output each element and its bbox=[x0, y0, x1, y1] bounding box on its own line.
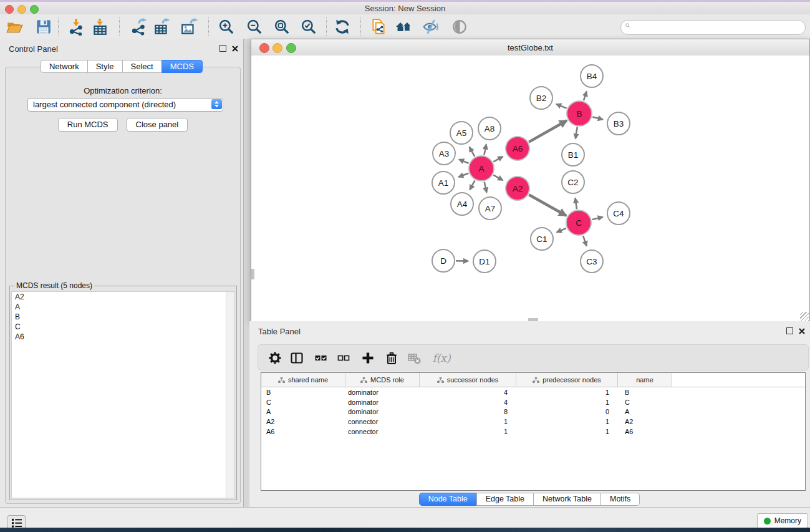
open-folder-button[interactable] bbox=[3, 16, 26, 38]
graph-edge-B-B2[interactable] bbox=[556, 104, 567, 109]
canvas-left-scrollnub[interactable] bbox=[251, 269, 254, 279]
mcds-result-list[interactable]: A2ABCA6 bbox=[11, 291, 235, 498]
memory-label: Memory bbox=[774, 516, 801, 525]
table-row[interactable]: Bdominator41B bbox=[261, 387, 805, 397]
run-mcds-button[interactable]: Run MCDS bbox=[58, 118, 118, 132]
graph-edge-A-A2[interactable] bbox=[493, 175, 503, 180]
tab-style[interactable]: Style bbox=[87, 60, 123, 73]
export-image-button[interactable] bbox=[178, 16, 200, 38]
toolbar-separator bbox=[119, 17, 120, 36]
fx-button: f(x) bbox=[433, 350, 450, 366]
table-cell: 1 bbox=[516, 389, 618, 396]
home-button[interactable] bbox=[393, 16, 415, 38]
list-icon bbox=[11, 518, 23, 528]
graph-edge-B-B1[interactable] bbox=[576, 127, 577, 139]
column-header-successor-nodes[interactable]: successor nodes bbox=[420, 373, 516, 387]
column-header-MCDS-role[interactable]: MCDS role bbox=[345, 373, 420, 387]
save-button[interactable] bbox=[32, 16, 55, 38]
zoom-fit-icon bbox=[273, 18, 291, 36]
mcds-result-item[interactable]: A2 bbox=[12, 292, 234, 302]
close-panel-icon[interactable] bbox=[232, 46, 238, 52]
table-cell: B bbox=[261, 389, 345, 396]
table-cell: 4 bbox=[420, 399, 516, 406]
table-cell: dominator bbox=[345, 399, 420, 406]
app-titlebar: Session: New Session bbox=[0, 2, 810, 15]
graph-edge-B-B4[interactable] bbox=[584, 92, 587, 100]
graph-edge-A-A6[interactable] bbox=[493, 157, 503, 162]
clone-network-button[interactable] bbox=[367, 16, 390, 38]
mcds-result-item[interactable]: C bbox=[12, 322, 234, 332]
graph-edge-A2-C[interactable] bbox=[529, 195, 566, 215]
graph-edge-C-C2[interactable] bbox=[576, 198, 577, 209]
graph-edge-A-A1[interactable] bbox=[458, 173, 468, 177]
column-header-shared-name[interactable]: shared name bbox=[261, 373, 345, 387]
graph-edge-C-C3[interactable] bbox=[583, 236, 587, 246]
column-header-predecessor-nodes[interactable]: predecessor nodes bbox=[516, 373, 618, 387]
window-resize-grip[interactable] bbox=[800, 312, 809, 321]
refresh-button[interactable] bbox=[331, 16, 354, 38]
deselect-all-button[interactable] bbox=[335, 350, 352, 366]
table-row[interactable]: Cdominator41C bbox=[261, 397, 805, 407]
tab-mcds[interactable]: MCDS bbox=[162, 60, 203, 73]
hide-eye-button[interactable] bbox=[420, 16, 442, 38]
criterion-select[interactable]: largest connected component (directed) bbox=[27, 98, 223, 112]
show-eye-button[interactable] bbox=[448, 16, 471, 38]
zoom-selected-button[interactable] bbox=[297, 16, 320, 38]
graph-edge-B-B3[interactable] bbox=[592, 117, 602, 119]
import-table-button[interactable] bbox=[89, 16, 111, 38]
tab-network-table[interactable]: Network Table bbox=[533, 493, 601, 506]
close-panel-button[interactable]: Close panel bbox=[127, 118, 188, 132]
mcds-list-scrollbar[interactable] bbox=[226, 292, 234, 498]
import-network-button[interactable] bbox=[65, 16, 87, 38]
network-window-titlebar[interactable]: testGlobe.txt bbox=[251, 39, 809, 56]
graph-node-label-C: C bbox=[576, 218, 582, 228]
columns-button[interactable] bbox=[289, 350, 305, 366]
export-image-icon bbox=[180, 18, 198, 36]
import-table-icon bbox=[91, 18, 108, 36]
tab-edge-table[interactable]: Edge Table bbox=[476, 493, 534, 506]
mcds-result-item[interactable]: B bbox=[12, 312, 234, 322]
export-network-button[interactable] bbox=[127, 16, 150, 38]
table-row[interactable]: A6connector11A6 bbox=[261, 427, 805, 437]
graph-edge-A-A8[interactable] bbox=[484, 144, 486, 155]
column-header-name[interactable]: name bbox=[618, 373, 672, 387]
gear-button[interactable] bbox=[267, 350, 283, 366]
table-cell: C bbox=[618, 399, 672, 406]
tab-select[interactable]: Select bbox=[122, 60, 162, 73]
mcds-result-item[interactable]: A6 bbox=[12, 332, 234, 342]
close-table-panel-icon[interactable] bbox=[799, 328, 805, 334]
table-cell: 1 bbox=[516, 399, 618, 406]
add-button[interactable] bbox=[360, 350, 376, 366]
node-table-header: shared nameMCDS rolesuccessor nodesprede… bbox=[261, 373, 805, 387]
mcds-result-item[interactable]: A bbox=[12, 302, 234, 312]
float-panel-icon[interactable] bbox=[219, 45, 226, 52]
search-input[interactable] bbox=[637, 21, 802, 34]
graph-edge-A6-B[interactable] bbox=[529, 120, 567, 142]
table-row[interactable]: Adominator80A bbox=[261, 407, 805, 417]
tab-network[interactable]: Network bbox=[41, 60, 88, 73]
graph-edge-A-A4[interactable] bbox=[470, 180, 475, 190]
network-canvas[interactable]: ABCA2A6A1A3A4A5A7A8B1B2B3B4C1C2C3C4DD1 bbox=[251, 56, 809, 321]
graph-node-label-A2: A2 bbox=[513, 184, 523, 193]
deselect-all-icon bbox=[337, 351, 350, 365]
column-label: MCDS role bbox=[370, 376, 404, 384]
zoom-fit-button[interactable] bbox=[271, 16, 293, 38]
table-row[interactable]: A2connector11A2 bbox=[261, 417, 805, 427]
select-all-button[interactable] bbox=[312, 350, 329, 366]
graph-node-label-B4: B4 bbox=[587, 72, 597, 81]
graph-edge-C-C1[interactable] bbox=[557, 228, 566, 233]
tab-node-table[interactable]: Node Table bbox=[419, 493, 477, 506]
graph-edge-A-A5[interactable] bbox=[470, 147, 475, 157]
graph-edge-A-A7[interactable] bbox=[485, 181, 487, 192]
desktop-background-strip bbox=[0, 528, 810, 532]
float-table-panel-icon[interactable] bbox=[786, 327, 793, 334]
graph-edge-A-A3[interactable] bbox=[459, 160, 468, 163]
trash-button[interactable] bbox=[383, 350, 400, 366]
refresh-icon bbox=[334, 18, 351, 36]
memory-button[interactable]: Memory bbox=[757, 513, 808, 528]
zoom-out-button[interactable] bbox=[243, 16, 266, 38]
export-table-button[interactable] bbox=[150, 16, 173, 38]
zoom-in-button[interactable] bbox=[215, 16, 238, 38]
tab-motifs[interactable]: Motifs bbox=[600, 493, 640, 506]
graph-edge-C-C4[interactable] bbox=[592, 217, 602, 220]
